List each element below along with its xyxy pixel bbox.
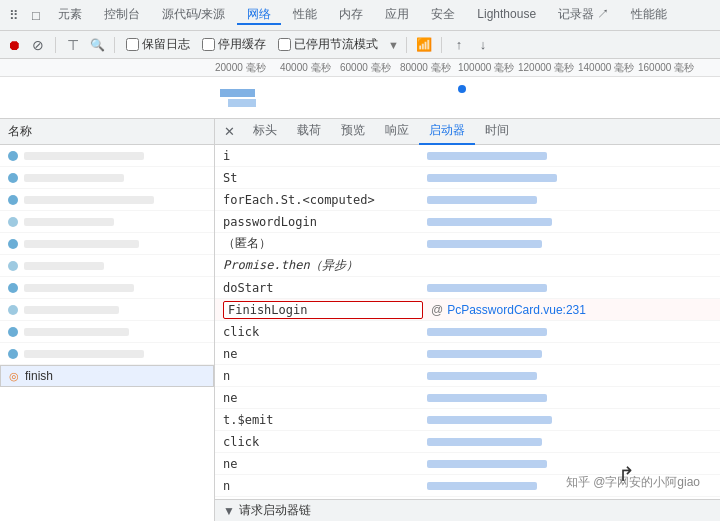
separator2 bbox=[114, 37, 115, 53]
initiator-row-foreach[interactable]: forEach.St.<computed> bbox=[215, 189, 720, 211]
tab-perf-insights[interactable]: 性能能 bbox=[621, 6, 677, 25]
record-button[interactable]: ⏺ bbox=[4, 35, 24, 55]
timeline-bar-1 bbox=[220, 89, 255, 97]
file-list: ◎ finish bbox=[0, 145, 214, 521]
tab-network[interactable]: 网络 bbox=[237, 6, 281, 25]
file-item-6[interactable] bbox=[0, 255, 214, 277]
initiator-bar-n1 bbox=[427, 372, 537, 380]
preserve-log-checkbox[interactable]: 保留日志 bbox=[126, 36, 190, 53]
initiator-row-click2[interactable]: click bbox=[215, 431, 720, 453]
tab-initiator[interactable]: 启动器 bbox=[419, 119, 475, 145]
tick-3: 80000 毫秒 bbox=[400, 61, 451, 75]
devtools-icon2[interactable]: □ bbox=[26, 5, 46, 25]
file-name-bar-10 bbox=[24, 350, 144, 358]
tab-sources[interactable]: 源代码/来源 bbox=[152, 6, 235, 25]
disable-cache-label: 停用缓存 bbox=[218, 36, 266, 53]
tab-console[interactable]: 控制台 bbox=[94, 6, 150, 25]
file-icon-4 bbox=[8, 217, 18, 227]
initiator-row-st[interactable]: St bbox=[215, 167, 720, 189]
timeline-ruler: 20000 毫秒 40000 毫秒 60000 毫秒 80000 毫秒 1000… bbox=[0, 59, 720, 77]
initiator-bar-click2 bbox=[427, 438, 542, 446]
tab-headers[interactable]: 标头 bbox=[243, 119, 287, 145]
initiator-name-ne1: ne bbox=[223, 347, 423, 361]
clear-button[interactable]: ⊘ bbox=[28, 35, 48, 55]
initiator-row-pwlogin[interactable]: passwordLogin bbox=[215, 211, 720, 233]
initiator-row-anon[interactable]: （匿名） bbox=[215, 233, 720, 255]
disable-cache-checkbox[interactable]: 停用缓存 bbox=[202, 36, 266, 53]
tick-0: 20000 毫秒 bbox=[215, 61, 266, 75]
upload-icon[interactable]: ↑ bbox=[449, 35, 469, 55]
file-name-bar-3 bbox=[24, 196, 154, 204]
initiator-bar-anon bbox=[427, 240, 542, 248]
initiator-row-n2[interactable]: n bbox=[215, 475, 720, 497]
file-item-4[interactable] bbox=[0, 211, 214, 233]
initiator-row-finishlogin[interactable]: FinishLogin @ PcPasswordCard.vue:231 bbox=[215, 299, 720, 321]
initiator-row-ne3[interactable]: ne bbox=[215, 453, 720, 475]
tab-performance[interactable]: 性能 bbox=[283, 6, 327, 25]
initiator-row-click1[interactable]: click bbox=[215, 321, 720, 343]
bottom-label: 请求启动器链 bbox=[239, 502, 311, 519]
file-item-finish[interactable]: ◎ finish bbox=[0, 365, 214, 387]
file-item-1[interactable] bbox=[0, 145, 214, 167]
initiator-bar-ne1 bbox=[427, 350, 542, 358]
initiator-link-finishlogin[interactable]: PcPasswordCard.vue:231 bbox=[447, 303, 586, 317]
search-icon[interactable]: 🔍 bbox=[87, 35, 107, 55]
file-item-10[interactable] bbox=[0, 343, 214, 365]
initiator-row-ne1[interactable]: ne bbox=[215, 343, 720, 365]
close-detail-button[interactable]: ✕ bbox=[219, 122, 239, 142]
initiator-row-ne2[interactable]: ne bbox=[215, 387, 720, 409]
initiator-bar-ne3 bbox=[427, 460, 547, 468]
throttle-dropdown[interactable]: ▼ bbox=[388, 39, 399, 51]
wifi-icon: 📶 bbox=[414, 35, 434, 55]
file-item-9[interactable] bbox=[0, 321, 214, 343]
initiator-row-n1[interactable]: n bbox=[215, 365, 720, 387]
tab-timing[interactable]: 时间 bbox=[475, 119, 519, 145]
timeline-area: 20000 毫秒 40000 毫秒 60000 毫秒 80000 毫秒 1000… bbox=[0, 59, 720, 119]
disable-cache-input[interactable] bbox=[202, 38, 215, 51]
tab-elements[interactable]: 元素 bbox=[48, 6, 92, 25]
download-icon[interactable]: ↓ bbox=[473, 35, 493, 55]
initiator-name-ne2: ne bbox=[223, 391, 423, 405]
file-item-2[interactable] bbox=[0, 167, 214, 189]
initiator-name-st: St bbox=[223, 171, 423, 185]
initiator-content: i St forEach.St.<computed> passwordLogin bbox=[215, 145, 720, 499]
tab-recorder[interactable]: 记录器 ↗ bbox=[548, 6, 619, 25]
initiator-row-promise[interactable]: Promise.then（异步） bbox=[215, 255, 720, 277]
disable-flow-input[interactable] bbox=[278, 38, 291, 51]
tab-response[interactable]: 响应 bbox=[375, 119, 419, 145]
file-name-bar-6 bbox=[24, 262, 104, 270]
initiator-row-i[interactable]: i bbox=[215, 145, 720, 167]
file-item-5[interactable] bbox=[0, 233, 214, 255]
file-item-8[interactable] bbox=[0, 299, 214, 321]
tick-1: 40000 毫秒 bbox=[280, 61, 331, 75]
file-icon-3 bbox=[8, 195, 18, 205]
initiator-row-dostart[interactable]: doStart bbox=[215, 277, 720, 299]
file-icon-10 bbox=[8, 349, 18, 359]
tab-application[interactable]: 应用 bbox=[375, 6, 419, 25]
preserve-log-input[interactable] bbox=[126, 38, 139, 51]
initiator-row-emit[interactable]: t.$emit bbox=[215, 409, 720, 431]
tab-payload[interactable]: 载荷 bbox=[287, 119, 331, 145]
initiator-bar-emit bbox=[427, 416, 552, 424]
file-item-3[interactable] bbox=[0, 189, 214, 211]
tab-lighthouse[interactable]: Lighthouse bbox=[467, 7, 546, 23]
main-toolbar: ⠿ □ 元素 控制台 源代码/来源 网络 性能 内存 应用 安全 Lightho… bbox=[0, 0, 720, 31]
initiator-name-click1: click bbox=[223, 325, 423, 339]
devtools-icon1[interactable]: ⠿ bbox=[4, 5, 24, 25]
timeline-marker bbox=[458, 85, 466, 93]
tab-memory[interactable]: 内存 bbox=[329, 6, 373, 25]
file-item-7[interactable] bbox=[0, 277, 214, 299]
main-area: 名称 bbox=[0, 119, 720, 521]
initiator-name-foreach: forEach.St.<computed> bbox=[223, 193, 423, 207]
disable-flow-label: 已停用节流模式 bbox=[294, 36, 378, 53]
detail-tabs: ✕ 标头 载荷 预览 响应 启动器 时间 bbox=[215, 119, 720, 145]
initiator-bar-click1 bbox=[427, 328, 547, 336]
tab-preview[interactable]: 预览 bbox=[331, 119, 375, 145]
tab-security[interactable]: 安全 bbox=[421, 6, 465, 25]
initiator-name-n2: n bbox=[223, 479, 423, 493]
bottom-section[interactable]: ▼ 请求启动器链 bbox=[215, 499, 720, 521]
disable-flow-checkbox[interactable]: 已停用节流模式 bbox=[278, 36, 378, 53]
filter-icon[interactable]: ⊤ bbox=[63, 35, 83, 55]
tick-7: 160000 毫秒 bbox=[638, 61, 694, 75]
timeline-bar-2 bbox=[228, 99, 256, 107]
